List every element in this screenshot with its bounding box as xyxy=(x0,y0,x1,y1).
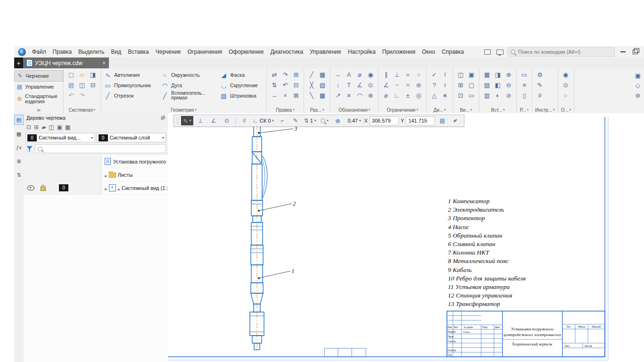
drawing-sheet[interactable]: 3 2 1 xyxy=(168,113,644,362)
insert-tool-button[interactable]: ◧ xyxy=(493,80,503,90)
current-layer-button[interactable]: 1 xyxy=(303,116,318,125)
eyedropper-button[interactable] xyxy=(449,116,462,125)
tree-panel-icon[interactable]: ▤ xyxy=(14,115,24,125)
insert-tool-button[interactable]: ⊕ xyxy=(504,70,513,79)
constraint-tool-button[interactable]: = xyxy=(403,70,413,79)
legend-line[interactable]: 1 Компенсатор xyxy=(448,197,526,206)
annotation-tool-button[interactable]: ↕ xyxy=(333,80,343,90)
constraint-tool-button[interactable]: ± xyxy=(403,90,413,100)
insert-tool-button[interactable]: ▥ xyxy=(482,90,492,100)
legend-line[interactable]: 9 Кабель xyxy=(448,266,526,274)
current-layer-select[interactable]: 0 Системный слой xyxy=(97,133,166,142)
diagnostics-tool-button[interactable]: ✓ xyxy=(429,70,439,79)
rail-standard-parts-tab[interactable]: Стандартные изделия xyxy=(14,92,63,106)
rail-expand-chevron[interactable]: ≫ xyxy=(14,108,63,113)
legend-line[interactable]: 7 Колонна НКТ xyxy=(448,248,526,257)
menu-draw[interactable]: Черчение xyxy=(152,49,184,55)
r-tool-button[interactable]: ≡ xyxy=(520,80,529,90)
constraint-tool-button[interactable]: ⊚ xyxy=(414,80,423,90)
undo-button[interactable]: ↶ xyxy=(66,90,76,100)
menu-file[interactable]: Файл xyxy=(29,49,50,55)
constraint-tool-button[interactable]: ∠ xyxy=(381,80,391,90)
legend-line[interactable]: 12 Станция управления xyxy=(448,291,526,300)
gear-icon[interactable] xyxy=(160,115,165,121)
rectangle-button[interactable]: ▭ Прямоугольник xyxy=(104,80,161,90)
tree-tool-icon[interactable]: ⊡ xyxy=(26,124,31,131)
y-coordinate-field[interactable]: 141.715 xyxy=(406,116,435,125)
instrument-tool-button[interactable]: ⚙ xyxy=(535,70,545,79)
break-tool-button[interactable]: ╱ xyxy=(307,70,316,79)
constraint-tool-button[interactable]: ≈ xyxy=(403,80,413,90)
o-tool-button[interactable]: ⊙ xyxy=(561,80,570,90)
group-caption-system[interactable]: Системная xyxy=(66,107,98,113)
view-number-badge[interactable]: 0 xyxy=(59,184,68,191)
open-document-button[interactable]: ▱ xyxy=(77,70,87,79)
chamfer-button[interactable]: ◢ Фаска xyxy=(220,70,264,80)
sheet-layout-button[interactable] xyxy=(436,116,448,125)
float-window-button[interactable] xyxy=(483,48,492,56)
insert-tool-button[interactable]: ▧ xyxy=(482,80,492,90)
lock-icon[interactable] xyxy=(41,187,46,191)
variables-fx-icon[interactable]: ƒx xyxy=(15,143,23,152)
constraint-tool-button[interactable]: ⊥ xyxy=(392,70,402,79)
trim-mode-button[interactable] xyxy=(289,116,302,125)
view-tool-button[interactable]: ⊞ xyxy=(456,80,465,90)
grid-toggle-button[interactable] xyxy=(238,116,250,125)
break-tool-button[interactable]: ╳ xyxy=(307,80,316,90)
insert-tool-button[interactable]: ◐ xyxy=(493,90,503,100)
center-snap-button[interactable] xyxy=(221,116,233,125)
parts-legend[interactable]: 1 Компенсатор 2 Электродвигатель 3 Проте… xyxy=(448,197,526,308)
menu-settings[interactable]: Настройка xyxy=(345,49,379,55)
fillet-button[interactable]: ◡ Скругление xyxy=(220,80,264,90)
segment-button[interactable]: ╱ Отрезок xyxy=(104,90,161,101)
angle-snap-button[interactable] xyxy=(207,116,220,125)
o-tool-button[interactable]: ◉ xyxy=(561,70,570,79)
tree-tool-icon[interactable]: ◫ xyxy=(49,124,54,131)
restore-button[interactable] xyxy=(631,48,639,56)
insert-tool-button[interactable]: ⊖ xyxy=(504,80,513,90)
view-tool-button[interactable]: ▭ xyxy=(467,90,476,100)
edit-tool-button[interactable]: ⇄ xyxy=(270,70,279,79)
annotation-tool-button[interactable]: ≡ xyxy=(344,90,354,100)
group-caption-break[interactable]: Раз... xyxy=(307,107,327,113)
diagnostics-tool-button[interactable]: ∗ xyxy=(440,90,450,100)
break-tool-button[interactable]: ▩ xyxy=(318,90,327,100)
annotation-tool-button[interactable]: ⌀ xyxy=(355,70,364,79)
expand-arrow-icon[interactable] xyxy=(105,184,109,192)
diagnostics-tool-button[interactable]: i xyxy=(440,80,450,90)
ortho-mode-button[interactable] xyxy=(276,116,289,125)
menu-help[interactable]: Справка xyxy=(438,49,467,55)
menu-diagnostics[interactable]: Диагностика xyxy=(267,49,306,55)
tree-row-document[interactable]: Установка погружного xyxy=(24,155,168,168)
edit-tool-button[interactable]: ⊟ xyxy=(291,80,301,90)
command-search[interactable] xyxy=(508,47,615,57)
edit-tool-button[interactable]: ↔ xyxy=(270,90,279,100)
tree-search-input[interactable] xyxy=(44,146,163,152)
break-tool-button[interactable]: ▧ xyxy=(318,80,327,90)
drawing-canvas[interactable]: 3 2 1 xyxy=(168,113,644,362)
callout-1[interactable]: 1 xyxy=(258,267,294,279)
edit-tool-button[interactable]: × xyxy=(281,90,290,100)
new-tab-button[interactable]: + xyxy=(14,58,23,68)
group-caption-r[interactable]: Р... xyxy=(520,107,529,113)
legend-line[interactable]: 5 Обратный клапан xyxy=(448,231,526,240)
hatch-button[interactable]: ▨ Штриховка xyxy=(220,90,264,101)
menu-management[interactable]: Управление xyxy=(306,49,345,55)
print-button[interactable]: ▤ xyxy=(66,80,76,90)
break-tool-button[interactable]: ╲ xyxy=(307,90,316,100)
diagnostics-tool-button[interactable]: △ xyxy=(429,90,439,100)
r-tool-button[interactable]: ▭ xyxy=(520,70,529,79)
instrument-tool-button[interactable]: # xyxy=(535,90,545,100)
insert-tool-button[interactable]: ◨ xyxy=(493,70,503,79)
autoline-button[interactable]: ∿ Автолиния xyxy=(104,70,161,80)
tree-tool-icon[interactable]: ▰ xyxy=(41,124,46,131)
auxiliary-line-button[interactable]: ╱ Вспомогатель... прямая xyxy=(161,90,220,101)
perpendicular-snap-button[interactable] xyxy=(194,116,206,125)
annotation-tool-button[interactable]: ↔ xyxy=(333,70,343,79)
arc-button[interactable]: ◠ Дуга xyxy=(161,80,220,90)
rail-management-tab[interactable]: Управление xyxy=(14,82,63,92)
zoom-menu-button[interactable] xyxy=(319,116,331,125)
group-caption-annotations[interactable]: Обозначения xyxy=(333,107,375,113)
legend-line[interactable]: 10 Ребро для защиты кабеля xyxy=(448,274,526,283)
title-block[interactable]: Изм. Лист № докум. Подп. Дата Разраб. Пр… xyxy=(447,311,605,357)
